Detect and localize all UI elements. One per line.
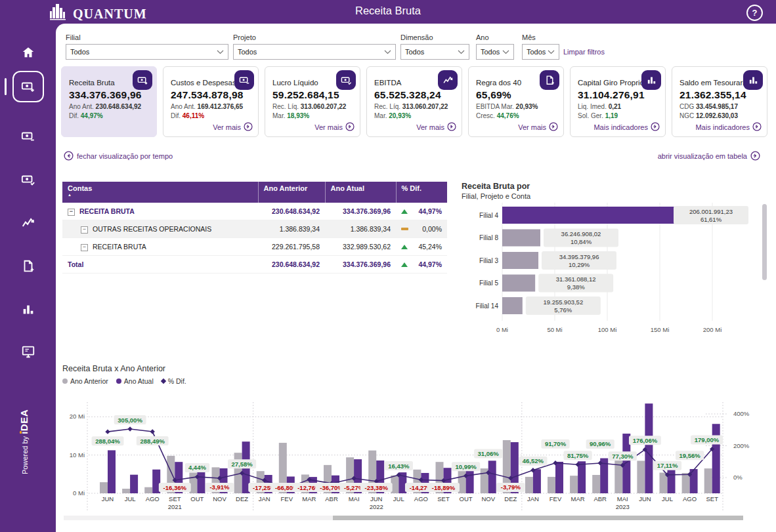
bar-ano-anterior[interactable] — [682, 473, 690, 493]
table-row[interactable]: −RECEITA BRUTA230.648.634,92334.376.369,… — [62, 203, 447, 220]
bar-filial-5[interactable] — [502, 275, 535, 292]
card-subline: Liq. Imed. 0,21 — [578, 103, 659, 110]
table-row[interactable]: −OUTRAS RECEITAS OPERACIONAIS1.386.839,3… — [62, 220, 447, 238]
legend-item-ano-atual[interactable]: Ano Atual — [116, 377, 154, 385]
help-button[interactable]: ? — [746, 5, 763, 21]
kpi-card-lucro-liquido[interactable]: Lucro Líquido59.252.684,15Rec. Líq. 313.… — [265, 66, 360, 137]
svg-text:100 Mi: 100 Mi — [598, 326, 617, 333]
expand-toggle[interactable]: − — [81, 226, 88, 234]
monitor-icon — [21, 344, 35, 361]
column-header-pct-dif[interactable]: % Dif. — [396, 182, 447, 203]
bar-ano-atual[interactable] — [533, 469, 541, 493]
kpi-card-saldo-em-tesouraria[interactable]: Saldo em Tesouraria21.362.355,14CDG 33.4… — [672, 66, 767, 137]
bar-ano-anterior[interactable] — [144, 487, 152, 493]
bar-ano-atual[interactable] — [668, 469, 676, 493]
card-link-ver-mais[interactable]: Ver mais — [213, 122, 253, 133]
filter-select-dimensao[interactable]: Todos — [400, 44, 469, 60]
sidebar-item-lucro-liquido[interactable] — [0, 165, 56, 197]
bar-ano-atual[interactable] — [197, 472, 205, 493]
filter-select-filial[interactable]: Todos — [66, 44, 228, 60]
expand-toggle[interactable]: − — [81, 244, 88, 251]
filial-chart-panel: Receita Bruta por Filial, Projeto e Cont… — [462, 182, 774, 344]
bar-filial-8[interactable] — [502, 230, 540, 247]
sidebar-item-receita-bruta[interactable] — [0, 71, 56, 102]
card-subline: Mar. 20,93% — [374, 112, 456, 119]
kpi-card-receita-bruta[interactable]: Receita Bruta334.376.369,96Ano Ant. 230.… — [61, 66, 157, 137]
bar-filial-3[interactable] — [502, 252, 538, 269]
card-value: 65.525.328,24 — [374, 89, 456, 101]
sidebar-item-ebitda[interactable] — [0, 209, 56, 240]
column-header-ano-atual[interactable]: Ano Atual — [325, 182, 396, 203]
chevron-down-icon — [217, 48, 224, 56]
bar-chart-icon — [21, 302, 35, 319]
bar-filial-14[interactable] — [502, 297, 523, 314]
bar-ano-atual[interactable] — [578, 461, 586, 493]
arrow-right-circle-icon — [345, 122, 355, 133]
bar-ano-atual[interactable] — [130, 475, 138, 493]
card-subline: NGC 12.092.630,03 — [679, 112, 761, 119]
svg-text:JUL: JUL — [125, 495, 136, 502]
accounts-table: Contas▲ Ano Anterior Ano Atual % Dif. −R… — [62, 182, 447, 274]
expand-toggle[interactable]: − — [68, 209, 75, 216]
kpi-card-custos-e-despesas[interactable]: Custos e Despesas247.534.878,98Ano Ant. … — [163, 66, 259, 137]
filter-select-projeto[interactable]: Todos — [233, 44, 396, 60]
card-link-ver-mais[interactable]: Ver mais — [518, 122, 558, 133]
card-link-ver-mais[interactable]: Ver mais — [314, 122, 355, 133]
column-header-ano-anterior[interactable]: Ano Anterior — [258, 182, 325, 203]
arrow-left-circle-icon — [64, 151, 74, 161]
svg-text:Filial 8: Filial 8 — [479, 234, 498, 241]
pct-dif-marker — [127, 426, 132, 431]
bar-ano-anterior[interactable] — [637, 460, 645, 493]
bar-ano-atual[interactable] — [712, 424, 720, 493]
legend-item-dif[interactable]: % Dif. — [162, 377, 186, 385]
card-value: 247.534.878,98 — [171, 89, 252, 101]
close-time-view-link[interactable]: fechar visualização por tempo — [64, 151, 173, 161]
card-link-mais-indicadores[interactable]: Mais indicadores — [695, 122, 762, 133]
table-total-row[interactable]: Total230.648.634,92334.376.369,9644,97% — [62, 256, 447, 274]
legend-item-ano-anterior[interactable]: Ano Anterior — [62, 377, 108, 385]
sidebar-item-home[interactable] — [0, 38, 56, 70]
card-link-mais-indicadores[interactable]: Mais indicadores — [593, 122, 660, 133]
kpi-card-regra-dos-40[interactable]: Regra dos 4065,69%EBITDA Mar. 20,93%Cres… — [468, 66, 564, 137]
svg-text:2023: 2023 — [616, 503, 630, 510]
bar-ano-anterior[interactable] — [548, 477, 555, 493]
trend-cell — [396, 203, 412, 220]
svg-text:17,11%: 17,11% — [657, 462, 678, 469]
clear-filters-link[interactable]: Limpar filtros — [563, 48, 605, 56]
account-name: −RECEITA BRUTA — [62, 238, 258, 256]
sidebar-item-custos-despesas[interactable] — [0, 122, 56, 153]
combo-chart-title: Receita Bruta x Ano Anterior — [62, 364, 165, 373]
card-link-ver-mais[interactable]: Ver mais — [416, 122, 456, 133]
account-name: Total — [62, 256, 258, 274]
kpi-card-capital-giro-proprio[interactable]: Capital Giro Proprio31.104.276,91Liq. Im… — [570, 66, 666, 137]
vertical-scrollbar[interactable] — [762, 204, 767, 280]
bar-ano-atual[interactable] — [108, 450, 116, 493]
card-subline: Dif. 44,97% — [69, 112, 150, 119]
sidebar-item-indicadores[interactable] — [0, 295, 56, 327]
open-table-view-link[interactable]: abrir visualização em tabela — [658, 151, 760, 161]
bar-ano-anterior[interactable] — [704, 468, 712, 493]
table-row[interactable]: −RECEITA BRUTA229.261.795,58332.989.530,… — [62, 238, 447, 256]
filter-select-ano[interactable]: Todos — [476, 44, 514, 60]
svg-text:19.255.903,52: 19.255.903,52 — [543, 298, 583, 306]
sidebar-item-relatorio[interactable] — [0, 252, 56, 283]
svg-text:Filial 14: Filial 14 — [476, 302, 499, 310]
kpi-card-ebitda[interactable]: EBITDA65.525.328,24Rec. Líq. 313.060.207… — [366, 66, 462, 137]
bar-ano-anterior[interactable] — [100, 482, 108, 493]
bar-ano-atual[interactable] — [555, 462, 563, 493]
bar-ano-anterior[interactable] — [592, 475, 600, 493]
prev-year-value: 230.648.634,92 — [258, 203, 325, 220]
bar-ano-anterior[interactable] — [525, 477, 533, 493]
chevron-down-icon — [502, 48, 509, 56]
svg-text:31,06%: 31,06% — [478, 450, 500, 457]
horizontal-scrollbar-thumb[interactable] — [333, 516, 743, 520]
filter-select-mes[interactable]: Todos — [522, 44, 559, 60]
sidebar-item-monitor[interactable] — [0, 337, 56, 369]
cash-check-icon — [336, 70, 356, 90]
bar-ano-anterior[interactable] — [122, 489, 130, 493]
svg-text:90,96%: 90,96% — [590, 440, 611, 447]
column-header-contas[interactable]: Contas▲ — [62, 182, 258, 203]
arrow-right-circle-icon — [244, 122, 253, 133]
bar-ano-atual[interactable] — [488, 460, 496, 493]
bar-ano-anterior[interactable] — [570, 476, 578, 493]
